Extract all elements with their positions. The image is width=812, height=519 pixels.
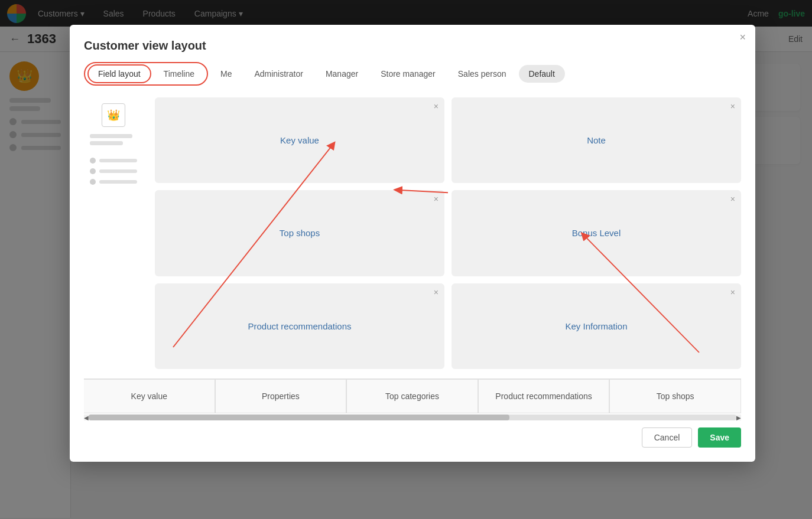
card-close-key-information[interactable]: × [730, 288, 735, 296]
profile-icon: 👑 [102, 103, 125, 127]
scrollbar-track [89, 414, 736, 420]
tab-timeline[interactable]: Timeline [154, 65, 204, 83]
profile-dots [90, 158, 137, 190]
dialog-title: Customer view layout [84, 39, 741, 53]
cancel-button[interactable]: Cancel [642, 427, 693, 448]
tray-product-recommendations[interactable]: Product recommendations [478, 379, 610, 413]
card-label-key-information: Key Information [565, 321, 627, 331]
tray-top-shops[interactable]: Top shops [609, 379, 741, 413]
tray-scrollbar[interactable]: ◀ ▶ [84, 414, 741, 420]
dialog-footer: Cancel Save [84, 427, 741, 448]
tab-field-layout[interactable]: Field layout [87, 64, 151, 83]
layout-grid: × Key value × Note × Top shops × Bonus L… [155, 97, 741, 369]
layout-card-note[interactable]: × Note [452, 97, 741, 183]
tab-sales-person[interactable]: Sales person [448, 65, 517, 83]
tab-manager[interactable]: Manager [316, 65, 368, 83]
card-close-product-recommendations[interactable]: × [434, 288, 439, 296]
card-label-note: Note [587, 135, 606, 145]
tab-default[interactable]: Default [519, 65, 565, 83]
card-close-bonus-level[interactable]: × [730, 195, 735, 203]
save-button[interactable]: Save [698, 427, 741, 448]
tray-properties[interactable]: Properties [215, 379, 347, 413]
card-label-key-value: Key value [280, 135, 319, 145]
tray-top-categories[interactable]: Top categories [346, 379, 478, 413]
layout-card-key-value[interactable]: × Key value [155, 97, 444, 183]
dialog-close-button[interactable]: × [739, 32, 746, 43]
layout-card-top-shops[interactable]: × Top shops [155, 190, 444, 276]
tab-store-manager[interactable]: Store manager [371, 65, 446, 83]
scroll-left-button[interactable]: ◀ [84, 414, 89, 421]
tab-row: Field layout Timeline Me Administrator M… [84, 62, 741, 86]
bottom-tray: Key value Properties Top categories Prod… [84, 378, 741, 413]
layout-card-key-information[interactable]: × Key Information [452, 283, 741, 369]
tab-outline-group: Field layout Timeline [84, 62, 208, 86]
card-label-product-recommendations: Product recommendations [248, 321, 351, 331]
tab-administrator[interactable]: Administrator [244, 65, 313, 83]
card-label-bonus-level: Bonus Level [572, 228, 621, 238]
card-close-top-shops[interactable]: × [434, 195, 439, 203]
layout-card-bonus-level[interactable]: × Bonus Level [452, 190, 741, 276]
scrollbar-thumb[interactable] [89, 414, 509, 420]
tab-me[interactable]: Me [210, 65, 242, 83]
card-label-top-shops: Top shops [280, 228, 320, 238]
left-panel: 👑 [84, 97, 143, 369]
dialog: × Customer view layout Field layout Time… [70, 25, 755, 462]
tray-key-value[interactable]: Key value [84, 379, 215, 413]
card-close-key-value[interactable]: × [434, 102, 439, 110]
card-close-note[interactable]: × [730, 102, 735, 110]
profile-lines [90, 134, 137, 148]
scroll-right-button[interactable]: ▶ [736, 414, 741, 421]
layout-card-product-recommendations[interactable]: × Product recommendations [155, 283, 444, 369]
layout-area: 👑 × Key value × Note × Top [84, 97, 741, 369]
